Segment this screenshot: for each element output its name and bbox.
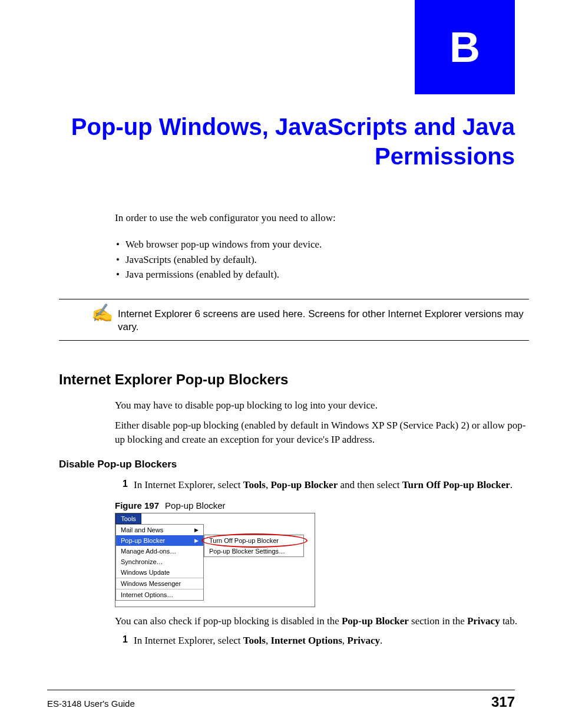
text-run: . xyxy=(380,635,382,646)
text-bold: Tools xyxy=(243,479,266,490)
body-paragraph: You may have to disable pop-up blocking … xyxy=(115,398,529,413)
note-text: Internet Explorer 6 screens are used her… xyxy=(118,304,529,335)
step-item: 1 In Internet Explorer, select Tools, Po… xyxy=(115,479,529,492)
step-number: 1 xyxy=(115,479,128,492)
chevron-right-icon: ▶ xyxy=(194,538,199,543)
menu-item: Manage Add-ons… xyxy=(116,546,203,556)
menu-label: Windows Update xyxy=(121,569,170,576)
menu-label: Synchronize… xyxy=(121,558,163,565)
list-item: Java permissions (enabled by default). xyxy=(115,267,529,282)
text-run: In Internet Explorer, select xyxy=(134,635,243,646)
note-block: ✍ Internet Explorer 6 screens are used h… xyxy=(59,304,529,335)
chevron-right-icon: ▶ xyxy=(194,527,199,533)
text-bold: Pop-up Blocker xyxy=(270,479,338,490)
text-run: tab. xyxy=(500,615,517,627)
step-item: 1 In Internet Explorer, select Tools, In… xyxy=(115,634,529,648)
list-item: Web browser pop-up windows from your dev… xyxy=(115,237,529,252)
menu-label: Internet Options… xyxy=(121,591,173,598)
text-run: . xyxy=(510,479,513,490)
submenu-item: Turn Off Pop-up Blocker xyxy=(204,535,303,546)
text-run: In Internet Explorer, select xyxy=(134,479,243,490)
menu-item: Mail and News▶ xyxy=(116,525,203,535)
menu-item: Synchronize… xyxy=(116,556,203,567)
body-paragraph: Either disable pop-up blocking (enabled … xyxy=(115,419,529,447)
step-text: In Internet Explorer, select Tools, Inte… xyxy=(134,634,529,648)
menu-label: Mail and News xyxy=(121,526,163,533)
footer-guide-title: ES-3148 User's Guide xyxy=(47,699,135,709)
text-bold: Turn Off Pop-up Blocker xyxy=(402,479,510,490)
text-run: , xyxy=(342,635,348,646)
step-text: In Internet Explorer, select Tools, Pop-… xyxy=(134,479,529,492)
page-number: 317 xyxy=(491,694,515,710)
figure-caption: Figure 197Pop-up Blocker xyxy=(115,500,529,510)
menu-label: Manage Add-ons… xyxy=(121,548,176,555)
submenu-item: Pop-up Blocker Settings… xyxy=(204,546,303,556)
body-paragraph: You can also check if pop-up blocking is… xyxy=(115,614,529,628)
pencil-note-icon: ✍ xyxy=(91,304,113,322)
list-item: JavaScripts (enabled by default). xyxy=(115,252,529,268)
text-run: You can also check if pop-up blocking is… xyxy=(115,615,342,627)
tools-dropdown-menu: Mail and News▶ Pop-up Blocker▶ Manage Ad… xyxy=(115,524,204,601)
figure-title: Pop-up Blocker xyxy=(165,500,226,510)
divider xyxy=(59,299,529,299)
chapter-badge: B xyxy=(415,0,515,94)
menu-item: Windows Update xyxy=(116,567,203,578)
menu-item: Internet Options… xyxy=(116,589,203,600)
text-bold: Pop-up Blocker xyxy=(342,615,409,627)
text-run: section in the xyxy=(409,615,467,627)
text-bold: Privacy xyxy=(467,615,500,627)
figure-label: Figure 197 xyxy=(115,500,159,510)
text-bold: Tools xyxy=(243,635,266,646)
text-bold: Privacy xyxy=(347,635,380,646)
step-number: 1 xyxy=(115,634,128,648)
menu-label: Pop-up Blocker xyxy=(121,537,165,544)
menu-label: Windows Messenger xyxy=(121,580,181,587)
chapter-letter: B xyxy=(449,23,480,71)
menu-item: Windows Messenger xyxy=(116,578,203,589)
menu-item-highlighted: Pop-up Blocker▶ xyxy=(116,535,203,546)
page-footer: ES-3148 User's Guide 317 xyxy=(47,690,515,710)
menu-tools-tab: Tools xyxy=(115,513,141,524)
text-bold: Internet Options xyxy=(270,635,342,646)
requirements-list: Web browser pop-up windows from your dev… xyxy=(115,237,529,282)
divider xyxy=(59,340,529,341)
intro-paragraph: In order to use the web configurator you… xyxy=(115,212,529,224)
popup-blocker-submenu: Turn Off Pop-up Blocker Pop-up Blocker S… xyxy=(204,535,304,557)
text-run: and then select xyxy=(338,479,402,490)
section-heading: Internet Explorer Pop-up Blockers xyxy=(59,371,529,388)
chapter-title: Pop-up Windows, JavaScripts and Java Per… xyxy=(59,112,515,171)
figure-popup-blocker: Tools Mail and News▶ Pop-up Blocker▶ Man… xyxy=(115,513,315,607)
subsection-heading: Disable Pop-up Blockers xyxy=(59,459,529,470)
page-content: In order to use the web configurator you… xyxy=(59,212,529,655)
